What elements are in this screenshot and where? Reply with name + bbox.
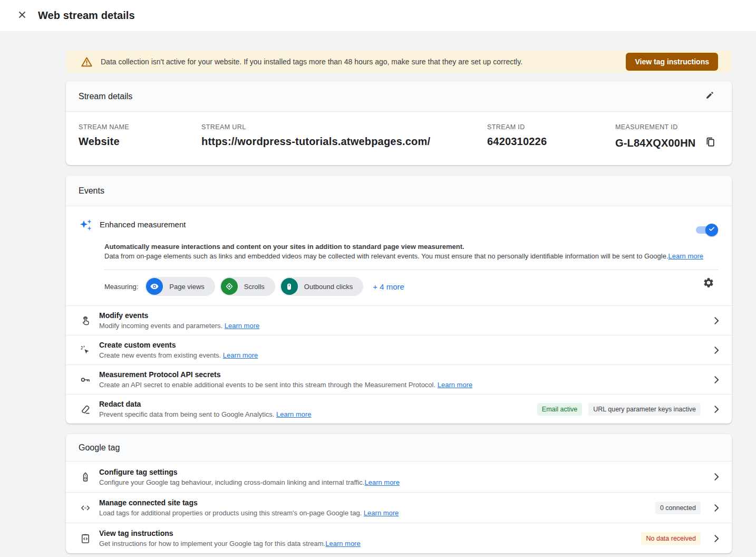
chevron-right-icon (709, 342, 724, 358)
mouse-icon (281, 278, 298, 295)
stream-details-title: Stream details (79, 92, 132, 101)
warning-banner: Data collection isn't active for your we… (66, 51, 732, 73)
row-title: Create custom events (99, 340, 709, 350)
redact-pen-icon (79, 404, 92, 415)
status-badge-url-query-inactive: URL query parameter keys inactive (588, 403, 701, 416)
svg-text:G: G (84, 476, 87, 481)
events-card: Events Enhanced measurement (66, 176, 732, 424)
top-header: Web stream details (0, 0, 756, 31)
enhanced-measurement-settings-button[interactable] (699, 274, 718, 293)
chip-label: Outbound clicks (298, 283, 363, 291)
learn-more-link[interactable]: Learn more (438, 381, 472, 389)
enhanced-desc-line1: Automatically measure interactions and c… (104, 242, 718, 252)
stream-name-value: Website (79, 136, 201, 148)
chevron-right-icon (709, 401, 724, 417)
chevron-right-icon (709, 531, 724, 546)
learn-more-link[interactable]: Learn more (364, 509, 399, 517)
row-title: Measurement Protocol API secrets (99, 370, 709, 379)
enhanced-desc-line2: Data from on-page elements such as links… (104, 252, 718, 261)
cursor-sparkle-icon (79, 344, 92, 356)
chip-outbound-clicks[interactable]: Outbound clicks (280, 277, 364, 296)
pencil-icon (704, 90, 715, 103)
stream-url-label: STREAM URL (201, 123, 487, 131)
learn-more-link[interactable]: Learn more (276, 410, 311, 418)
chevron-right-icon (709, 469, 724, 485)
stream-details-card: Stream details STREAM NAME Website STREA… (66, 81, 732, 165)
row-title: View tag instructions (99, 529, 641, 538)
eye-icon (146, 278, 163, 295)
copy-measurement-id-button[interactable] (703, 136, 718, 150)
row-desc: Modify incoming events and parameters. L… (99, 321, 709, 330)
stream-id-field: STREAM ID 6420310226 (487, 123, 615, 150)
code-arrows-icon (79, 502, 92, 514)
learn-more-link[interactable]: Learn more (225, 322, 259, 330)
learn-more-link[interactable]: Learn more (223, 351, 258, 359)
events-title: Events (79, 186, 104, 196)
measuring-label: Measuring: (104, 283, 138, 291)
row-desc: Get instructions for how to implement yo… (99, 539, 641, 548)
stream-id-label: STREAM ID (487, 123, 615, 131)
row-desc: Load tags for additional properties or p… (99, 508, 655, 517)
warning-icon (81, 56, 93, 68)
edit-stream-button[interactable] (700, 87, 719, 106)
row-desc: Create new events from existing events. … (99, 351, 709, 360)
measurement-id-label: MEASUREMENT ID (615, 123, 719, 131)
row-desc: Prevent specific data from being sent to… (99, 410, 537, 419)
check-icon (708, 225, 715, 235)
page-title: Web stream details (38, 9, 135, 22)
more-chips-link[interactable]: + 4 more (373, 282, 404, 291)
row-desc: Create an API secret to enable additiona… (99, 380, 709, 389)
tag-icon: G (79, 471, 92, 483)
learn-more-link[interactable]: Learn more (364, 478, 399, 486)
enhanced-measurement-section: Enhanced measurement Automatically measu… (66, 206, 732, 305)
row-redact-data[interactable]: Redact data Prevent specific data from b… (66, 394, 732, 424)
google-tag-card: Google tag G Configure tag settings Conf… (66, 434, 732, 553)
row-manage-connected-site-tags[interactable]: Manage connected site tags Load tags for… (66, 492, 732, 523)
row-view-tag-instructions[interactable]: View tag instructions Get instructions f… (66, 523, 732, 553)
diamond-icon (221, 278, 238, 295)
close-button[interactable] (14, 7, 31, 24)
stream-name-label: STREAM NAME (79, 123, 201, 131)
row-create-custom-events[interactable]: Create custom events Create new events f… (66, 335, 732, 364)
measurement-id-value: G-L84XQX00HN (615, 137, 695, 149)
chevron-right-icon (709, 500, 724, 516)
chip-label: Scrolls (238, 283, 274, 291)
tap-icon (79, 315, 92, 326)
chevron-right-icon (709, 313, 724, 329)
copy-icon (705, 137, 716, 150)
row-title: Redact data (99, 399, 537, 409)
clipboard-code-icon (79, 533, 92, 544)
enhanced-measurement-title: Enhanced measurement (100, 218, 186, 229)
row-title: Manage connected site tags (99, 498, 655, 507)
warning-message: Data collection isn't active for your we… (101, 57, 626, 66)
status-badge-connected-count: 0 connected (655, 502, 701, 514)
chevron-right-icon (709, 372, 724, 388)
close-icon (17, 9, 27, 22)
chip-page-views[interactable]: Page views (145, 277, 215, 296)
key-icon (79, 374, 92, 386)
row-title: Configure tag settings (99, 467, 709, 477)
row-title: Modify events (99, 311, 709, 320)
row-desc: Configure your Google tag behaviour, inc… (99, 478, 709, 487)
row-modify-events[interactable]: Modify events Modify incoming events and… (66, 305, 732, 335)
status-badge-no-data-received: No data received (641, 532, 701, 545)
stream-url-field: STREAM URL https://wordpress-tutorials.a… (201, 123, 487, 150)
gear-icon (703, 277, 714, 291)
stream-name-field: STREAM NAME Website (79, 123, 201, 150)
row-measurement-protocol-api-secrets[interactable]: Measurement Protocol API secrets Create … (66, 364, 732, 394)
chip-scrolls[interactable]: Scrolls (220, 277, 275, 296)
chip-label: Page views (163, 283, 214, 291)
enhanced-learn-more-link[interactable]: Learn more (668, 252, 703, 260)
status-badge-email-active: Email active (537, 403, 582, 416)
google-tag-title: Google tag (79, 443, 120, 453)
stream-url-value: https://wordpress-tutorials.atwebpages.c… (201, 136, 487, 148)
stream-id-value: 6420310226 (487, 136, 615, 148)
row-configure-tag-settings[interactable]: G Configure tag settings Configure your … (66, 462, 732, 492)
measurement-id-field: MEASUREMENT ID G-L84XQX00HN (615, 123, 719, 150)
learn-more-link[interactable]: Learn more (325, 540, 360, 548)
sparkle-icon (79, 218, 93, 235)
view-tag-instructions-button[interactable]: View tag instructions (626, 53, 718, 71)
enhanced-measurement-toggle[interactable] (696, 223, 718, 237)
